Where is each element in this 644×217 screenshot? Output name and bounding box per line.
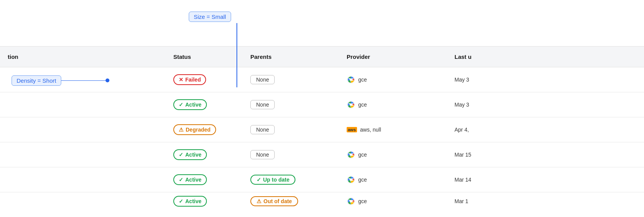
status-text: Failed	[185, 77, 201, 83]
status-icon-degraded: ⚠	[179, 127, 184, 133]
parent-badge-none: None	[250, 125, 275, 134]
table-row: ⚠ Degraded None aws aws, null Apr 4,	[0, 117, 644, 142]
status-icon-active: ✓	[179, 102, 183, 108]
gce-icon	[347, 150, 355, 159]
tooltip-connector-line	[236, 23, 237, 87]
parent-text: Up to date	[263, 177, 289, 183]
table-header: tion Status Parents Provider Last u	[0, 46, 644, 67]
aws-icon: aws	[347, 127, 357, 132]
row-date-cell: May 3	[454, 102, 532, 108]
col-header-last: Last u	[454, 53, 532, 60]
parent-badge-none: None	[250, 100, 275, 109]
provider-text: gce	[358, 198, 367, 204]
density-connector-line	[61, 80, 107, 81]
gce-icon	[347, 175, 355, 184]
row-status-cell: ✕ Failed	[173, 74, 250, 85]
provider-text: gce	[358, 152, 367, 158]
parent-warn-icon: ⚠	[257, 198, 262, 204]
row-provider-cell: aws aws, null	[347, 127, 454, 133]
row-parent-cell: None	[250, 125, 347, 134]
status-badge-failed: ✕ Failed	[173, 74, 206, 85]
row-parent-cell: ⚠ Out of date	[250, 196, 347, 206]
col-header-action: tion	[0, 53, 173, 60]
svg-point-5	[350, 154, 352, 156]
status-icon-active: ✓	[179, 152, 183, 158]
row-provider-cell: gce	[347, 175, 454, 184]
table-row: ✓ Active None gce	[0, 92, 644, 117]
row-provider-cell: gce	[347, 100, 454, 109]
table-row: ✓ Active None gce	[0, 142, 644, 167]
svg-point-9	[350, 200, 352, 202]
density-badge: Density = Short	[12, 75, 61, 86]
row-status-cell: ✓ Active	[173, 196, 250, 207]
table-row: ✓ Active ✓ Up to date	[0, 167, 644, 192]
main-container: Size = Small Density = Short tion Status…	[0, 0, 644, 217]
parent-badge-none: None	[250, 150, 275, 159]
table-row: ✓ Active ⚠ Out of date	[0, 192, 644, 210]
row-parent-cell: None	[250, 75, 347, 84]
status-text: Active	[185, 152, 201, 158]
parent-badge-none: None	[250, 75, 275, 84]
status-text: Active	[185, 102, 201, 108]
provider-text: gce	[358, 102, 367, 108]
status-text: Degraded	[186, 127, 211, 133]
table-body: ✕ Failed None gce	[0, 67, 644, 217]
status-text: Active	[185, 198, 201, 204]
status-badge-active: ✓ Active	[173, 174, 207, 185]
provider-text: gce	[358, 177, 367, 183]
status-icon-active: ✓	[179, 198, 183, 204]
col-header-status[interactable]: Status	[173, 53, 250, 60]
col-header-parents[interactable]: Parents	[250, 53, 347, 60]
status-icon-failed: ✕	[179, 77, 183, 83]
svg-point-1	[350, 78, 352, 81]
status-badge-degraded: ⚠ Degraded	[173, 124, 216, 135]
row-status-cell: ✓ Active	[173, 174, 250, 185]
parent-badge-outofdate: ⚠ Out of date	[250, 196, 298, 206]
row-parent-cell: None	[250, 150, 347, 159]
row-parent-cell: None	[250, 100, 347, 109]
row-provider-cell: gce	[347, 75, 454, 84]
row-provider-cell: gce	[347, 150, 454, 159]
svg-point-7	[350, 179, 352, 181]
row-date-cell: Mar 1	[454, 198, 532, 204]
density-annotation: Density = Short	[12, 75, 107, 86]
parent-badge-uptodate: ✓ Up to date	[250, 175, 295, 185]
row-status-cell: ✓ Active	[173, 99, 250, 110]
provider-text: aws, null	[360, 127, 381, 133]
row-parent-cell: ✓ Up to date	[250, 175, 347, 185]
status-text: Active	[185, 177, 201, 183]
density-label: Density = Short	[17, 77, 56, 84]
row-date-cell: Mar 14	[454, 177, 532, 183]
row-status-cell: ⚠ Degraded	[173, 124, 250, 135]
row-status-cell: ✓ Active	[173, 149, 250, 160]
status-icon-active: ✓	[179, 177, 183, 183]
gce-icon	[347, 100, 355, 109]
size-tooltip: Size = Small	[189, 12, 231, 22]
parent-text: Out of date	[263, 198, 292, 204]
tooltip-label: Size = Small	[194, 13, 226, 20]
row-provider-cell: gce	[347, 197, 454, 205]
row-date-cell: Apr 4,	[454, 127, 532, 133]
provider-text: gce	[358, 77, 367, 83]
status-badge-active: ✓ Active	[173, 99, 207, 110]
status-badge-active: ✓ Active	[173, 149, 207, 160]
parent-check-icon: ✓	[257, 177, 261, 183]
svg-point-3	[350, 103, 352, 106]
status-badge-active: ✓ Active	[173, 196, 207, 207]
gce-icon	[347, 197, 355, 205]
row-date-cell: Mar 15	[454, 152, 532, 158]
row-date-cell: May 3	[454, 77, 532, 83]
col-header-provider[interactable]: Provider	[347, 53, 454, 60]
gce-icon	[347, 75, 355, 84]
